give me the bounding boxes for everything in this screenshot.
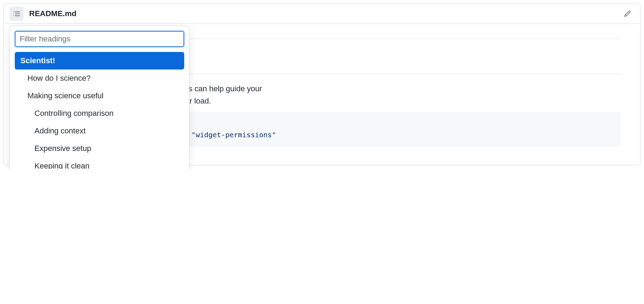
file-title: README.md bbox=[29, 9, 76, 18]
toc-heading-item[interactable]: Controlling comparison bbox=[15, 105, 184, 122]
toc-toggle-button[interactable] bbox=[9, 7, 24, 21]
toc-heading-item[interactable]: Making science useful bbox=[15, 87, 184, 105]
toc-filter-input[interactable] bbox=[15, 31, 184, 47]
toc-popover: Scientist!How do I science?Making scienc… bbox=[9, 26, 189, 169]
toc-heading-item[interactable]: Scientist! bbox=[15, 52, 184, 70]
toc-heading-item[interactable]: How do I science? bbox=[15, 70, 184, 87]
edit-file-button[interactable] bbox=[620, 7, 635, 21]
file-header: README.md bbox=[4, 4, 640, 24]
list-icon bbox=[13, 10, 20, 17]
toc-heading-item[interactable]: Keeping it clean bbox=[15, 157, 184, 169]
toc-heading-list[interactable]: Scientist!How do I science?Making scienc… bbox=[15, 52, 184, 169]
toc-heading-item[interactable]: Expensive setup bbox=[15, 140, 184, 157]
toc-heading-item[interactable]: Adding context bbox=[15, 122, 184, 140]
readme-file-box: README.md critical paths. CI passing bbox=[4, 4, 640, 165]
pencil-icon bbox=[624, 10, 631, 17]
code-string: "widget-permissions" bbox=[192, 131, 276, 139]
